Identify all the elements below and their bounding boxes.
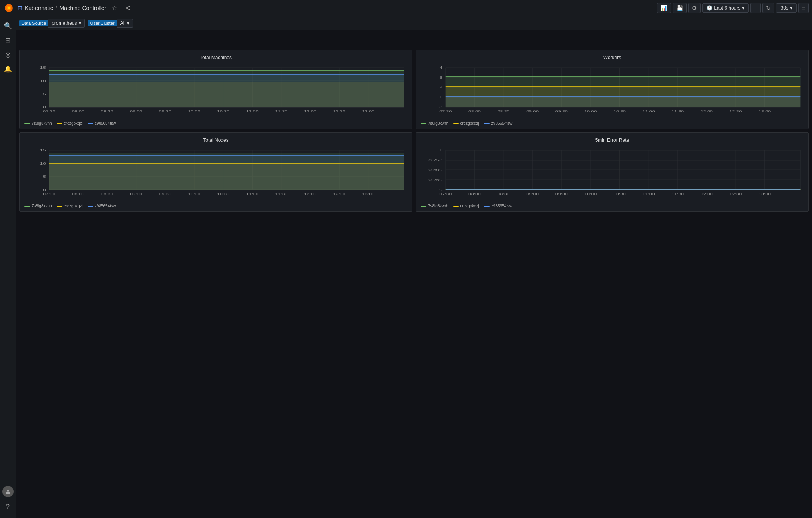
svg-text:0.250: 0.250: [428, 178, 442, 182]
user-avatar[interactable]: [2, 486, 14, 497]
usercluster-filter-group: User Cluster All ▾: [88, 19, 133, 28]
time-range-button[interactable]: 🕐 Last 6 hours ▾: [702, 3, 749, 13]
refresh-interval-button[interactable]: 30s ▾: [776, 3, 796, 13]
legend-workers: 7s8lg8kvnh crczgpkqzj z985654tsw: [421, 121, 804, 126]
datasource-label: Data Source: [19, 20, 48, 26]
svg-text:0: 0: [43, 105, 46, 109]
svg-text:08:00: 08:00: [468, 192, 481, 195]
legend-item-1: 7s8lg8kvnh: [24, 121, 52, 126]
zoom-out-button[interactable]: −: [750, 3, 761, 13]
svg-text:07:30: 07:30: [439, 192, 452, 195]
svg-text:12:00: 12:00: [304, 192, 316, 195]
svg-text:11:00: 11:00: [643, 192, 655, 195]
svg-text:07:30: 07:30: [43, 110, 55, 113]
svg-line-6: [127, 8, 129, 9]
svg-text:09:00: 09:00: [130, 110, 142, 113]
sidebar-item-help[interactable]: ?: [2, 500, 14, 513]
svg-text:08:30: 08:30: [498, 192, 510, 195]
svg-text:10:30: 10:30: [613, 192, 626, 195]
svg-text:09:30: 09:30: [555, 110, 568, 113]
panel-title-error-rate: 5min Error Rate: [421, 137, 804, 143]
sidebar: 🔍 ⊞ ◎ 🔔 ?: [0, 16, 16, 518]
svg-point-8: [7, 490, 9, 492]
legend-color-2: [57, 123, 62, 124]
legend-color-3: [88, 123, 93, 124]
svg-text:0.500: 0.500: [428, 168, 442, 172]
sidebar-bottom: ?: [2, 486, 14, 513]
top-navbar: ⊞ Kubermatic / Machine Controller ☆ 📊 💾 …: [0, 0, 812, 16]
svg-text:08:00: 08:00: [72, 192, 84, 195]
legend-workers-color-1: [421, 123, 426, 124]
legend-nodes-color-3: [88, 206, 93, 207]
svg-text:10:30: 10:30: [217, 110, 229, 113]
legend-error-item-2: crczgpkqzj: [453, 204, 479, 208]
share-button[interactable]: [123, 4, 133, 12]
refresh-button[interactable]: ↻: [762, 3, 774, 13]
sidebar-item-dashboards[interactable]: ⊞: [2, 34, 14, 46]
legend-workers-color-2: [453, 123, 459, 124]
sidebar-toggle-button[interactable]: ≡: [798, 3, 809, 13]
datasource-value: prometheus: [52, 20, 77, 26]
breadcrumb-app[interactable]: Kubermatic: [25, 5, 53, 11]
settings-button[interactable]: ⚙: [688, 3, 701, 13]
nav-left: ⊞ Kubermatic / Machine Controller ☆: [3, 2, 133, 14]
svg-text:12:00: 12:00: [701, 110, 713, 113]
legend-nodes-item-1: 7s8lg8kvnh: [24, 204, 52, 208]
svg-text:10:00: 10:00: [188, 110, 200, 113]
svg-text:0: 0: [43, 188, 46, 192]
legend-workers-label-1: 7s8lg8kvnh: [428, 121, 448, 126]
refresh-interval-label: 30s: [780, 5, 788, 11]
breadcrumb-current: Machine Controller: [60, 5, 107, 11]
svg-text:08:00: 08:00: [72, 110, 84, 113]
legend-workers-item-1: 7s8lg8kvnh: [421, 121, 448, 126]
svg-text:09:30: 09:30: [159, 192, 171, 195]
grafana-logo[interactable]: [3, 2, 14, 14]
panel-total-machines: Total Machines 15 10 5 0: [19, 50, 412, 129]
legend-error-rate: 7s8lg8kvnh crczgpkqzj z985654tsw: [421, 204, 804, 208]
grid-icon: ⊞: [18, 5, 22, 11]
sidebar-item-search[interactable]: 🔍: [2, 19, 14, 32]
nav-right: 📊 💾 ⚙ 🕐 Last 6 hours ▾ − ↻ 30s ▾ ≡: [657, 3, 809, 13]
usercluster-select[interactable]: All ▾: [117, 19, 133, 28]
svg-text:10:00: 10:00: [188, 192, 200, 195]
svg-text:11:30: 11:30: [671, 110, 684, 113]
svg-text:08:30: 08:30: [101, 110, 113, 113]
datasource-select[interactable]: prometheus ▾: [48, 19, 84, 28]
legend-workers-label-2: crczgpkqzj: [460, 121, 479, 126]
svg-text:08:00: 08:00: [468, 110, 481, 113]
datasource-chevron: ▾: [79, 20, 81, 26]
toolbar: Data Source prometheus ▾ User Cluster Al…: [0, 16, 812, 30]
usercluster-chevron: ▾: [127, 20, 129, 26]
sidebar-item-explore[interactable]: ◎: [2, 48, 14, 61]
svg-text:13:00: 13:00: [758, 110, 771, 113]
legend-error-color-2: [453, 206, 459, 207]
svg-text:13:00: 13:00: [758, 192, 771, 195]
svg-text:11:30: 11:30: [275, 192, 287, 195]
legend-color-1: [24, 123, 30, 124]
legend-error-item-1: 7s8lg8kvnh: [421, 204, 448, 208]
save-button[interactable]: 💾: [673, 3, 687, 13]
chevron-down-icon: ▾: [742, 5, 744, 11]
svg-marker-113: [49, 156, 404, 190]
svg-text:0: 0: [439, 188, 442, 192]
svg-text:09:00: 09:00: [526, 192, 539, 195]
chevron-down-icon-2: ▾: [790, 5, 792, 11]
legend-nodes-color-1: [24, 206, 30, 207]
svg-text:1: 1: [439, 95, 442, 99]
svg-text:5: 5: [43, 92, 46, 96]
clock-icon: 🕐: [707, 5, 712, 11]
star-button[interactable]: ☆: [109, 3, 119, 13]
svg-text:12:00: 12:00: [701, 192, 713, 195]
svg-text:13:00: 13:00: [362, 110, 374, 113]
breadcrumb: ⊞ Kubermatic / Machine Controller: [18, 5, 106, 11]
sidebar-item-alerts[interactable]: 🔔: [2, 62, 14, 75]
svg-text:08:30: 08:30: [498, 110, 510, 113]
svg-text:10:00: 10:00: [584, 192, 597, 195]
svg-text:3: 3: [439, 76, 442, 80]
legend-item-3: z985654tsw: [88, 121, 116, 126]
legend-label-3: z985654tsw: [95, 121, 116, 126]
svg-text:12:30: 12:30: [730, 192, 742, 195]
chart-type-button[interactable]: 📊: [657, 3, 671, 13]
legend-nodes-item-3: z985654tsw: [88, 204, 116, 208]
svg-text:12:30: 12:30: [730, 110, 742, 113]
